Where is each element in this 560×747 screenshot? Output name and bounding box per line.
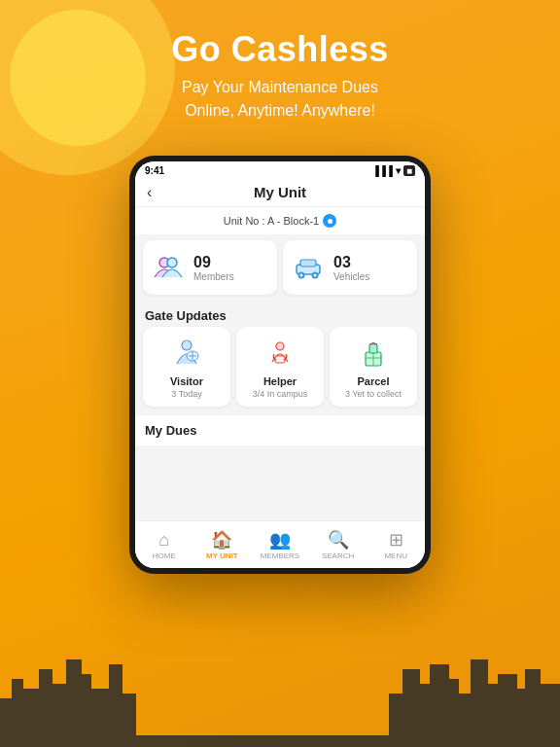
unit-info: Unit No : A - Block-1: [135, 207, 425, 234]
app-content: Unit No : A - Block-1 09: [135, 207, 425, 520]
home-nav-icon: ⌂: [158, 530, 169, 551]
hero-subtitle-line1: Pay Your Maintenance Dues: [182, 79, 378, 95]
vehicles-card[interactable]: 03 Vehicles: [283, 240, 417, 295]
svg-rect-3: [300, 260, 316, 267]
tablet-device: 9:41 ▐▐▐ ▾ ■ ‹ My Unit Unit No : A - Blo…: [129, 156, 431, 574]
vehicles-label: Vehicles: [333, 271, 369, 282]
visitor-name: Visitor: [170, 375, 203, 387]
helper-card[interactable]: Helper 3/4 In campus: [236, 327, 324, 407]
nav-my-unit[interactable]: 🏠 MY UNIT: [193, 525, 252, 564]
members-label: Members: [193, 271, 234, 282]
my-dues-section: My Dues: [135, 414, 425, 445]
parcel-card[interactable]: Parcel 3 Yet to collect: [330, 327, 417, 407]
hero-subtitle: Pay Your Maintenance Dues Online, Anytim…: [0, 76, 560, 123]
back-button[interactable]: ‹: [147, 184, 152, 201]
city-silhouette: [0, 621, 560, 747]
helper-name: Helper: [263, 375, 297, 387]
status-icons: ▐▐▐ ▾ ■: [372, 165, 415, 176]
status-time: 9:41: [145, 165, 164, 176]
gate-updates-row: Visitor 3 Today: [135, 327, 425, 407]
svg-rect-23: [66, 659, 82, 747]
my-unit-nav-icon: 🏠: [211, 529, 232, 551]
wifi-icon: ▾: [396, 165, 401, 176]
vehicles-icon: [291, 250, 326, 285]
my-unit-nav-label: MY UNIT: [206, 551, 238, 560]
members-card[interactable]: 09 Members: [143, 240, 277, 295]
hero-section: Go Cashless Pay Your Maintenance Dues On…: [0, 29, 560, 123]
visitor-card[interactable]: Visitor 3 Today: [143, 327, 230, 407]
signal-icon: ▐▐▐: [372, 165, 393, 176]
svg-point-7: [314, 274, 317, 277]
nav-home[interactable]: ⌂ HOME: [135, 525, 193, 564]
nav-menu[interactable]: ⊞ MENU: [367, 525, 425, 564]
hero-title: Go Cashless: [0, 29, 560, 70]
members-info: 09 Members: [193, 254, 234, 282]
app-header: ‹ My Unit: [135, 178, 425, 207]
my-dues-title: My Dues: [145, 423, 196, 438]
nav-members[interactable]: 👥 MEMBERS: [251, 525, 309, 564]
bottom-nav: ⌂ HOME 🏠 MY UNIT 👥 MEMBERS 🔍 SEARCH ⊞ ME…: [135, 520, 425, 568]
parcel-icon: [356, 337, 391, 372]
battery-icon: ■: [403, 165, 415, 176]
svg-point-8: [182, 340, 192, 350]
helper-sub: 3/4 In campus: [253, 389, 308, 399]
helper-icon: [262, 337, 298, 372]
svg-point-12: [276, 342, 284, 350]
visitor-sub: 3 Today: [171, 389, 201, 399]
visitor-icon: [169, 337, 204, 372]
stats-row: 09 Members: [135, 240, 425, 295]
vehicles-info: 03 Vehicles: [333, 254, 369, 282]
members-count: 09: [193, 254, 234, 271]
svg-point-6: [300, 274, 303, 277]
nav-search[interactable]: 🔍 SEARCH: [309, 525, 368, 564]
menu-nav-label: MENU: [384, 551, 407, 560]
members-icon: [151, 250, 186, 285]
page-title: My Unit: [254, 184, 306, 200]
tablet-screen: 9:41 ▐▐▐ ▾ ■ ‹ My Unit Unit No : A - Blo…: [135, 161, 425, 568]
search-nav-icon: 🔍: [328, 529, 349, 551]
svg-rect-13: [275, 356, 285, 363]
unit-label: Unit No : A - Block-1: [224, 215, 319, 227]
svg-rect-26: [109, 664, 122, 747]
svg-rect-34: [471, 659, 488, 747]
unit-dot-icon[interactable]: [323, 214, 336, 228]
menu-nav-icon: ⊞: [389, 529, 403, 551]
members-nav-icon: 👥: [269, 529, 291, 551]
svg-rect-15: [369, 344, 377, 353]
status-bar: 9:41 ▐▐▐ ▾ ■: [135, 161, 425, 178]
search-nav-label: SEARCH: [322, 551, 354, 560]
vehicles-count: 03: [333, 254, 369, 271]
svg-point-1: [167, 258, 177, 267]
home-nav-label: HOME: [153, 551, 176, 560]
parcel-name: Parcel: [357, 375, 389, 387]
gate-updates-title: Gate Updates: [135, 302, 425, 327]
members-nav-label: MEMBERS: [261, 551, 299, 560]
hero-subtitle-line2: Online, Anytime! Anywhere!: [185, 102, 375, 119]
svg-rect-31: [430, 664, 449, 747]
svg-rect-40: [0, 735, 560, 747]
parcel-sub: 3 Yet to collect: [345, 389, 402, 399]
